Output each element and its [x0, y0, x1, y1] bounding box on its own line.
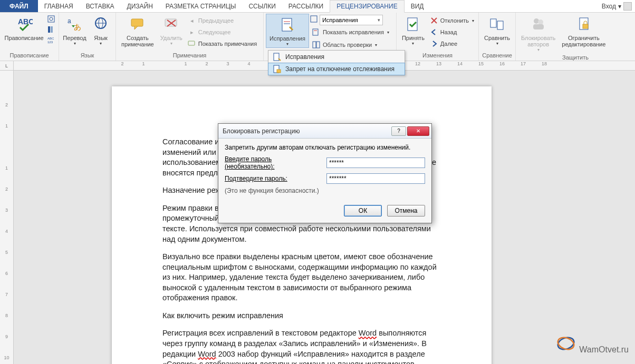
restrict-icon [575, 16, 592, 33]
group-compare-label: Сравнение [479, 52, 515, 61]
forward-button[interactable]: Далее [428, 38, 476, 50]
svg-text:ABC: ABC [18, 17, 33, 26]
group-comments-label: Примечания [116, 52, 263, 61]
compare-button[interactable]: Сравнить ▾ [481, 14, 513, 47]
group-protect: Блокировать авторов ▾ Ограничить редакти… [516, 13, 635, 61]
track-changes-button[interactable]: Исправления ▾ [266, 14, 309, 48]
svg-text:a: a [68, 17, 71, 25]
group-language-label: Язык [59, 52, 116, 61]
track-changes-label: Исправления [270, 35, 305, 42]
new-comment-button[interactable]: Создать примечание [118, 14, 157, 48]
back-icon [430, 28, 438, 36]
translate-button[interactable]: aあ Перевод ▾ [61, 14, 88, 47]
new-comment-label: Создать примечание [121, 35, 154, 47]
svg-text:あ: あ [74, 23, 81, 31]
delete-comment-label: Удалить [160, 35, 182, 41]
block-authors-button[interactable]: Блокировать авторов ▾ [518, 14, 559, 53]
forward-icon [430, 40, 438, 48]
dialog-hint: Запретить другим авторам отключать регис… [225, 144, 425, 151]
tab-file[interactable]: ФАЙЛ [0, 0, 38, 12]
group-changes: Принять ▾ Отклонить▾ Назад Далее Изменен… [397, 13, 479, 61]
language-button[interactable]: Язык ▾ [88, 14, 113, 47]
show-markup-button[interactable]: Показать исправления▾ [310, 26, 391, 38]
tab-references[interactable]: ССЫЛКИ [242, 0, 282, 12]
back-button[interactable]: Назад [428, 26, 476, 38]
group-protect-label: Защитить [516, 54, 635, 62]
tab-review[interactable]: РЕЦЕНЗИРОВАНИЕ [330, 0, 404, 13]
cancel-button[interactable]: Отмена [387, 205, 425, 217]
thesaurus-icon[interactable] [47, 25, 55, 34]
spellcheck-button[interactable]: ABC Правописание [2, 14, 46, 42]
watermark-icon [555, 332, 577, 355]
display-review-select[interactable]: Исправления [320, 15, 383, 25]
tab-view[interactable]: ВИД [405, 0, 430, 12]
tab-design[interactable]: ДИЗАЙН [121, 0, 159, 12]
password-input[interactable] [326, 158, 425, 168]
review-pane-button[interactable]: Область проверки▾ [310, 39, 391, 51]
dd-track-changes[interactable]: Исправления [268, 51, 405, 63]
group-comments: Создать примечание Удалить ▾ ◂Предыдущее… [116, 13, 264, 61]
restrict-editing-button[interactable]: Ограничить редактирование [559, 14, 609, 48]
svg-rect-3 [48, 26, 50, 33]
ruler-corner: L [0, 61, 14, 71]
tab-mailings[interactable]: РАССЫЛКИ [282, 0, 330, 12]
show-comments-icon [188, 40, 196, 48]
svg-rect-34 [583, 24, 588, 28]
spellcheck-icon: ABC [16, 16, 33, 33]
dialog-close-button[interactable]: ✕ [407, 126, 429, 136]
confirm-input[interactable] [326, 173, 425, 184]
reject-button[interactable]: Отклонить▾ [428, 15, 476, 26]
show-markup-icon [312, 28, 321, 36]
svg-rect-25 [408, 18, 417, 31]
dialog-titlebar[interactable]: Блокировать регистрацию ? ✕ [218, 124, 431, 139]
dialog-note: (Это не функция безопасности.) [225, 187, 425, 194]
next-comment-button[interactable]: ▸Следующее [186, 26, 259, 38]
vertical-ruler[interactable]: 211234567891011 [0, 71, 14, 364]
language-icon [92, 16, 109, 33]
compare-label: Сравнить [484, 35, 510, 41]
svg-point-39 [556, 336, 576, 352]
dd-item-0-label: Исправления [285, 53, 324, 61]
tab-insert[interactable]: ВСТАВКА [80, 0, 121, 12]
restrict-label: Ограничить редактирование [562, 35, 605, 47]
accept-button[interactable]: Принять ▾ [399, 14, 428, 47]
prev-comment-button[interactable]: ◂Предыдущее [186, 15, 259, 26]
dialog-help-button[interactable]: ? [391, 126, 406, 136]
translate-label: Перевод [63, 35, 86, 41]
doc-p6: Регистрация всех исправлений в текстовом… [162, 328, 441, 364]
dd-item-1-label: Запрет на отключение отслеживания [285, 65, 395, 73]
login-link[interactable]: Вход ▾ [599, 0, 635, 12]
dialog-footer: ОК Отмена [218, 201, 431, 223]
group-changes-label: Изменения [397, 52, 478, 61]
svg-rect-12 [131, 19, 143, 26]
svg-rect-28 [490, 19, 496, 27]
dd-lock-tracking[interactable]: Запрет на отключение отслеживания [268, 63, 405, 75]
comment-new-icon [129, 16, 146, 33]
review-pane-icon [312, 41, 321, 49]
research-icon[interactable] [47, 15, 55, 23]
accept-label: Принять [402, 35, 425, 41]
next-icon: ▸ [188, 28, 196, 36]
dialog-body: Запретить другим авторам отключать регис… [218, 139, 431, 201]
comment-delete-icon [163, 16, 180, 33]
svg-rect-35 [274, 53, 279, 61]
group-proofing: ABC Правописание ABC123 Правописание [0, 13, 59, 61]
prev-icon: ◂ [188, 16, 196, 25]
translate-icon: aあ [66, 16, 83, 33]
wordcount-icon[interactable]: ABC123 [47, 36, 55, 44]
confirm-label: Подтвердите пароль: [225, 175, 322, 182]
menubar: ФАЙЛ ГЛАВНАЯ ВСТАВКА ДИЗАЙН РАЗМЕТКА СТР… [0, 0, 635, 13]
ok-button[interactable]: ОК [344, 205, 382, 217]
svg-rect-21 [313, 29, 318, 35]
show-comments-button[interactable]: Показать примечания [186, 38, 259, 50]
svg-rect-20 [311, 16, 317, 22]
svg-point-2 [50, 17, 53, 21]
tab-layout[interactable]: РАЗМЕТКА СТРАНИЦЫ [159, 0, 243, 12]
group-proofing-label: Правописание [0, 52, 59, 61]
svg-rect-4 [51, 26, 53, 33]
reject-icon [430, 16, 438, 25]
doc-p5: Как включить режим исправления [162, 311, 441, 321]
login-label: Вход [602, 3, 616, 10]
delete-comment-button[interactable]: Удалить ▾ [157, 14, 186, 47]
tab-home[interactable]: ГЛАВНАЯ [38, 0, 80, 12]
